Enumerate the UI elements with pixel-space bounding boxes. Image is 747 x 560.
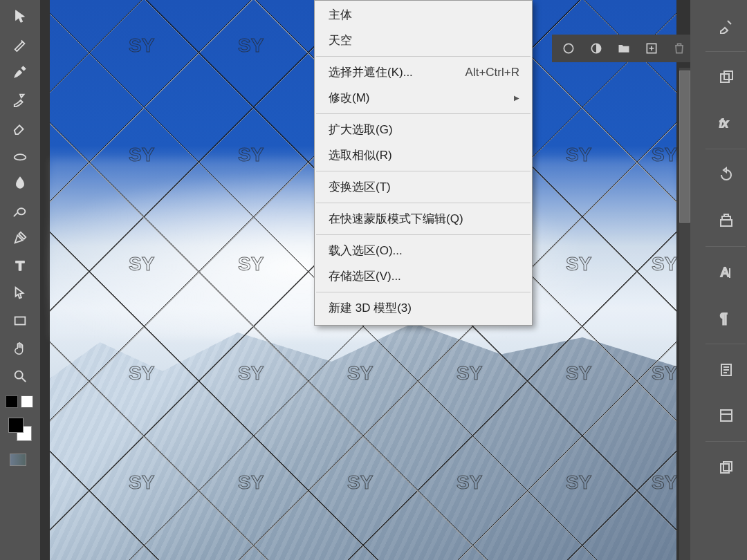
watermark-text: SY	[652, 362, 677, 384]
menu-quickmask[interactable]: 在快速蒙版模式下编辑(Q)	[315, 206, 532, 232]
properties-icon[interactable]	[711, 401, 741, 430]
menu-item-label: 选取相似(R)	[329, 147, 392, 163]
svg-rect-14	[721, 464, 729, 473]
menu-item-label: 新建 3D 模型(3)	[329, 300, 412, 316]
menu-similar[interactable]: 选取相似(R)	[315, 142, 532, 168]
layers-panel-toolbar	[552, 35, 690, 62]
actions-icon[interactable]	[711, 206, 741, 235]
blur-tool[interactable]	[6, 169, 35, 196]
watermark-text: SY	[456, 472, 482, 494]
paragraph-icon[interactable]: ¶	[711, 304, 741, 333]
rectangle-tool[interactable]	[6, 308, 35, 334]
watermark-text: SY	[652, 253, 677, 275]
move-tool[interactable]	[6, 3, 35, 30]
brush-panel-icon[interactable]	[711, 11, 741, 40]
menu-separator	[316, 113, 531, 114]
history-brush-tool[interactable]	[6, 86, 35, 113]
left-toolbar	[0, 0, 40, 560]
svg-rect-9	[721, 220, 732, 226]
menu-separator	[316, 171, 531, 171]
svg-rect-1	[15, 317, 26, 325]
svg-rect-15	[723, 462, 732, 471]
watermark-text: SY	[652, 144, 677, 166]
svg-text:fx: fx	[719, 118, 728, 129]
character-icon[interactable]: A	[711, 258, 741, 287]
selection-context-menu: 主体 天空 选择并遮住(K)... Alt+Ctrl+R 修改(M) 扩大选取(…	[314, 0, 533, 326]
watermark-text: SY	[129, 144, 154, 166]
dodge-tool[interactable]	[6, 197, 35, 223]
menu-sky[interactable]: 天空	[315, 28, 532, 53]
fx-icon[interactable]: fx	[711, 109, 741, 138]
menu-item-label: 选择并遮住(K)...	[329, 64, 413, 80]
watermark-text: SY	[129, 35, 154, 57]
svg-text:¶: ¶	[720, 310, 728, 326]
svg-text:A: A	[721, 265, 729, 279]
svg-point-3	[564, 44, 573, 53]
svg-rect-13	[721, 410, 732, 421]
type-tool[interactable]	[6, 252, 35, 279]
watermark-text: SY	[652, 472, 677, 494]
menu-load-selection[interactable]: 载入选区(O)...	[315, 238, 532, 263]
watermark-text: SY	[238, 362, 264, 384]
history-icon[interactable]	[711, 160, 741, 189]
watermark-text: SY	[456, 362, 482, 384]
foreground-color[interactable]	[8, 418, 24, 433]
menu-separator	[316, 292, 531, 292]
watermark-text: SY	[566, 362, 591, 384]
hand-tool[interactable]	[6, 335, 35, 362]
menu-item-label: 载入选区(O)...	[329, 243, 403, 259]
watermark-text: SY	[129, 362, 154, 384]
menu-separator	[316, 56, 531, 57]
scrollbar-thumb[interactable]	[679, 71, 690, 223]
half-circle-icon[interactable]	[589, 41, 603, 55]
trash-icon[interactable]	[672, 41, 686, 55]
menu-subject[interactable]: 主体	[315, 2, 532, 28]
menu-new-3d[interactable]: 新建 3D 模型(3)	[315, 295, 532, 321]
menu-separator	[316, 234, 531, 235]
clone-panel-icon[interactable]	[711, 63, 741, 92]
svg-point-0	[17, 208, 25, 214]
swatch-toggle[interactable]	[6, 395, 40, 408]
menu-item-label: 扩大选取(G)	[329, 122, 393, 138]
right-toolbar: fx A ¶	[706, 0, 747, 560]
gradient-tool[interactable]	[6, 142, 35, 168]
healing-brush-tool[interactable]	[6, 31, 35, 57]
files-icon[interactable]	[711, 453, 741, 482]
quick-mask-mode[interactable]	[10, 454, 26, 466]
menu-select-and-mask[interactable]: 选择并遮住(K)... Alt+Ctrl+R	[315, 59, 532, 85]
folder-icon[interactable]	[617, 41, 631, 55]
foreground-background-colors[interactable]	[8, 418, 36, 445]
watermark-text: SY	[347, 362, 373, 384]
menu-item-label: 天空	[329, 32, 352, 48]
watermark-text: SY	[238, 35, 264, 57]
watermark-text: SY	[347, 472, 373, 494]
menu-item-label: 在快速蒙版模式下编辑(Q)	[329, 211, 463, 227]
watermark-text: SY	[566, 472, 591, 494]
vertical-scrollbar[interactable]	[679, 68, 690, 560]
menu-save-selection[interactable]: 存储选区(V)...	[315, 263, 532, 289]
menu-modify[interactable]: 修改(M)	[315, 85, 532, 111]
watermark-text: SY	[566, 144, 591, 166]
menu-item-label: 存储选区(V)...	[329, 268, 401, 284]
brush-tool[interactable]	[6, 59, 35, 85]
new-layer-icon[interactable]	[645, 41, 658, 55]
menu-transform-selection[interactable]: 变换选区(T)	[315, 174, 532, 200]
watermark-text: SY	[238, 144, 264, 166]
watermark-text: SY	[566, 253, 591, 275]
watermark-text: SY	[238, 472, 264, 494]
svg-point-2	[15, 371, 23, 379]
watermark-text: SY	[238, 253, 264, 275]
eraser-tool[interactable]	[6, 114, 35, 140]
path-selection-tool[interactable]	[6, 280, 35, 306]
menu-item-label: 主体	[329, 7, 352, 23]
pen-tool[interactable]	[6, 225, 35, 251]
menu-item-label: 变换选区(T)	[329, 179, 391, 195]
menu-grow[interactable]: 扩大选取(G)	[315, 117, 532, 142]
menu-item-label: 修改(M)	[329, 90, 369, 106]
circle-icon[interactable]	[562, 41, 575, 55]
menu-separator	[316, 203, 531, 203]
watermark-text: SY	[129, 253, 154, 275]
menu-item-shortcut: Alt+Ctrl+R	[465, 66, 519, 80]
zoom-tool[interactable]	[6, 363, 35, 389]
notes-icon[interactable]	[711, 355, 741, 384]
